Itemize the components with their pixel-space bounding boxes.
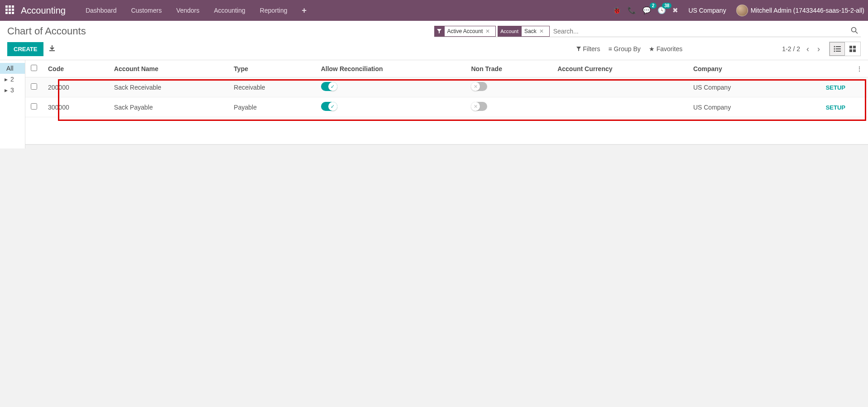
svg-point-0	[852, 27, 856, 32]
avatar	[736, 5, 748, 16]
svg-rect-3	[836, 46, 841, 47]
main: Code Account Name Type Allow Reconciliat…	[25, 60, 868, 145]
col-currency[interactable]: Account Currency	[552, 60, 688, 77]
debug-icon[interactable]: 🐞	[613, 6, 621, 14]
col-type[interactable]: Type	[228, 60, 315, 77]
filters-label: Filters	[583, 45, 600, 53]
svg-line-1	[856, 31, 858, 34]
pager: 1-2 / 2 ‹ ›	[782, 44, 822, 54]
activities-icon[interactable]: 🕓38	[657, 6, 666, 14]
nav-dashboard[interactable]: Dashboard	[78, 1, 124, 19]
systray: 🐞 📞 💬2 🕓38 ✖ US Company Mitchell Admin (…	[613, 5, 864, 16]
row-checkbox[interactable]	[31, 83, 37, 90]
select-all-checkbox[interactable]	[31, 65, 37, 71]
setup-button[interactable]: SETUP	[826, 104, 845, 111]
cell-currency	[552, 97, 688, 117]
content: All ▸ 2 ▸ 3 Code Account Name Type Allow…	[0, 60, 868, 148]
star-icon: ★	[649, 45, 655, 53]
search-options: Filters ≡ Group By ★ Favorites	[576, 45, 682, 53]
svg-rect-7	[836, 51, 841, 52]
view-list-icon[interactable]	[830, 42, 845, 56]
company-switcher[interactable]: US Company	[688, 7, 726, 14]
page-title: Chart of Accounts	[7, 25, 86, 37]
cell-code: 200000	[43, 77, 109, 97]
facet-remove-icon[interactable]: ✕	[483, 28, 493, 34]
svg-rect-8	[849, 46, 852, 48]
facet-remove-icon[interactable]: ✕	[537, 28, 547, 34]
col-name[interactable]: Account Name	[109, 60, 229, 77]
cell-name: Sack Payable	[109, 97, 229, 117]
nav-reporting[interactable]: Reporting	[253, 1, 295, 19]
groupby-label: Group By	[614, 45, 641, 53]
brand[interactable]: Accounting	[21, 5, 66, 16]
optional-columns-icon[interactable]: ⋮	[851, 60, 868, 77]
sidebar-item-2[interactable]: ▸ 2	[0, 74, 25, 85]
svg-rect-9	[853, 46, 856, 48]
col-nontrade[interactable]: Non Trade	[465, 60, 552, 77]
favorites-button[interactable]: ★ Favorites	[649, 45, 683, 53]
svg-point-4	[834, 48, 835, 50]
create-button[interactable]: CREATE	[7, 42, 43, 56]
svg-rect-10	[849, 49, 852, 52]
phone-icon[interactable]: 📞	[628, 6, 636, 14]
setup-button[interactable]: SETUP	[826, 84, 845, 91]
nontrade-toggle[interactable]: ✕	[471, 82, 487, 91]
reconcile-toggle[interactable]: ✓	[321, 82, 337, 91]
sidebar-item-all[interactable]: All	[0, 63, 25, 74]
filters-button[interactable]: Filters	[576, 45, 600, 53]
view-kanban-icon[interactable]	[845, 42, 860, 56]
svg-rect-5	[836, 48, 841, 49]
user-menu[interactable]: Mitchell Admin (17433446-saas-15-2-all)	[736, 5, 864, 16]
nav-vendors[interactable]: Vendors	[169, 1, 206, 19]
nav-new-icon[interactable]: +	[295, 0, 314, 21]
messaging-badge: 2	[650, 3, 657, 9]
table-row[interactable]: 300000 Sack Payable Payable ✓ ✕ US Compa…	[25, 97, 868, 117]
pager-prev-icon[interactable]: ‹	[805, 44, 811, 54]
svg-rect-11	[853, 49, 856, 52]
search-icon[interactable]	[848, 27, 861, 36]
reconcile-toggle[interactable]: ✓	[321, 102, 337, 111]
user-name: Mitchell Admin (17433446-saas-15-2-all)	[751, 7, 864, 14]
searchbar: Active Account ✕ Account Sack ✕	[434, 26, 861, 37]
caret-right-icon: ▸	[5, 86, 8, 94]
cell-type: Payable	[228, 97, 315, 117]
row-checkbox[interactable]	[31, 103, 37, 110]
facet-label: Account	[498, 29, 521, 34]
col-reconcile[interactable]: Allow Reconciliation	[316, 60, 466, 77]
nontrade-toggle[interactable]: ✕	[471, 102, 487, 111]
sidebar-item-label: All	[6, 65, 14, 72]
navbar: Accounting Dashboard Customers Vendors A…	[0, 0, 868, 21]
list-icon: ≡	[608, 45, 612, 53]
tools-icon[interactable]: ✖	[672, 6, 678, 14]
sidebar-item-label: 3	[10, 86, 14, 94]
groupby-button[interactable]: ≡ Group By	[608, 45, 640, 53]
search-input[interactable]	[550, 26, 848, 37]
filter-icon	[434, 26, 444, 37]
pager-next-icon[interactable]: ›	[815, 44, 822, 54]
activities-badge: 38	[662, 3, 671, 9]
cell-type: Receivable	[228, 77, 315, 97]
svg-point-6	[834, 51, 835, 52]
messaging-icon[interactable]: 💬2	[643, 6, 651, 14]
import-icon[interactable]	[49, 45, 55, 53]
favorites-label: Favorites	[657, 45, 683, 53]
caret-right-icon: ▸	[5, 76, 8, 83]
accounts-table: Code Account Name Type Allow Reconciliat…	[25, 60, 868, 117]
sidebar-item-3[interactable]: ▸ 3	[0, 85, 25, 96]
facet-value: Sack	[524, 28, 537, 34]
nav-accounting[interactable]: Accounting	[207, 1, 253, 19]
apps-icon[interactable]	[5, 5, 15, 15]
control-panel: Chart of Accounts Active Account ✕ Accou…	[0, 21, 868, 60]
table-row[interactable]: 200000 Sack Receivable Receivable ✓ ✕ US…	[25, 77, 868, 97]
cell-company: US Company	[688, 97, 788, 117]
cell-code: 300000	[43, 97, 109, 117]
sidebar-item-label: 2	[10, 76, 14, 83]
facet-value: Active Account	[447, 28, 483, 34]
pager-value[interactable]: 1-2 / 2	[782, 45, 800, 53]
nav-customers[interactable]: Customers	[124, 1, 169, 19]
col-code[interactable]: Code	[43, 60, 109, 77]
facet-active-account: Active Account ✕	[434, 26, 496, 37]
cell-company: US Company	[688, 77, 788, 97]
col-company[interactable]: Company	[688, 60, 788, 77]
svg-point-2	[834, 46, 835, 48]
